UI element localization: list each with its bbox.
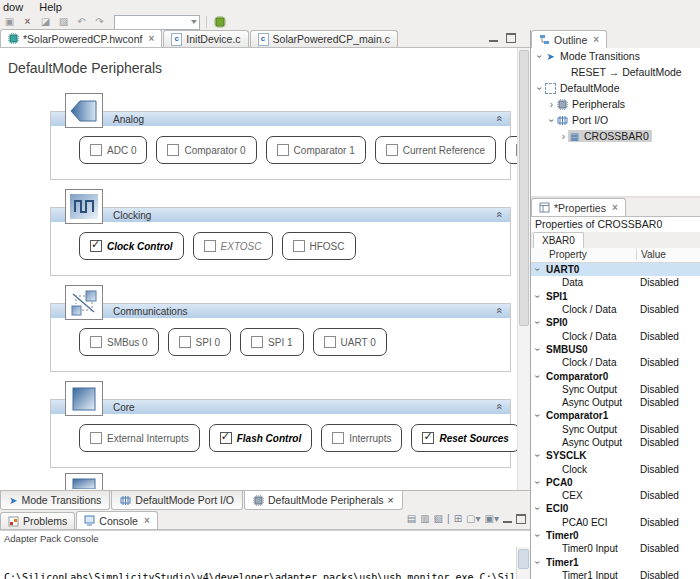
maximize-icon[interactable] xyxy=(516,514,526,524)
peripheral-toggle[interactable]: Reset Sources xyxy=(411,424,519,452)
tab-xbar0[interactable]: XBAR0 xyxy=(533,232,584,249)
chevron-icon[interactable]: › xyxy=(532,265,543,274)
minimize-icon[interactable] xyxy=(489,35,498,42)
collapse-icon[interactable]: « xyxy=(492,403,505,409)
close-icon[interactable]: × xyxy=(612,202,618,213)
peripheral-toggle[interactable]: ADC 0 xyxy=(79,136,147,164)
editor-scrollbar[interactable] xyxy=(517,48,530,490)
chevron-icon[interactable]: › xyxy=(532,411,543,420)
property-row[interactable]: › SPI1 xyxy=(531,290,700,303)
new-console-view-icon[interactable]: ▣▾ xyxy=(485,513,499,525)
undo-icon[interactable]: ↶ xyxy=(74,15,89,29)
column-value[interactable]: Value xyxy=(636,249,666,260)
section-header-core[interactable]: Core « xyxy=(51,400,510,414)
property-row[interactable]: › Timer0 xyxy=(531,529,700,542)
chevron-icon[interactable]: › xyxy=(532,531,543,540)
tree-item-port-io[interactable]: › Port I/O xyxy=(531,112,700,128)
close-icon[interactable]: × xyxy=(388,494,394,506)
tab-mode-transitions[interactable]: ➤ Mode Transitions xyxy=(0,491,110,510)
checkbox-icon[interactable] xyxy=(90,240,102,252)
collapse-icon[interactable]: « xyxy=(492,307,505,313)
chevron-icon[interactable]: › xyxy=(532,558,543,567)
close-icon[interactable]: × xyxy=(593,34,599,45)
open-console-icon[interactable]: ▢▾ xyxy=(466,513,480,525)
property-row[interactable]: › Data Disabled xyxy=(531,276,700,289)
property-row[interactable]: › Async Output Disabled xyxy=(531,396,700,409)
chevron-icon[interactable]: › xyxy=(532,478,543,487)
checkbox-icon[interactable] xyxy=(332,432,344,444)
property-row[interactable]: › Comparator1 xyxy=(531,409,700,422)
close-icon[interactable]: × xyxy=(148,33,154,44)
peripheral-toggle[interactable]: Interrupts xyxy=(321,424,402,452)
pin-console-icon[interactable]: ▧ xyxy=(434,513,443,525)
redo-icon[interactable]: ↷ xyxy=(92,15,107,29)
column-property[interactable]: Property xyxy=(549,249,587,260)
scroll-lock-icon[interactable]: ▥ xyxy=(420,513,429,525)
chevron-icon[interactable]: › xyxy=(532,345,543,354)
tab-initdevice[interactable]: c InitDevice.c xyxy=(163,30,248,47)
peripheral-toggle[interactable]: Current Reference xyxy=(375,136,496,164)
property-row[interactable]: › PCA0 ECI Disabled xyxy=(531,516,700,529)
collapse-icon[interactable]: « xyxy=(492,211,505,217)
chevron-icon[interactable]: › xyxy=(559,131,568,142)
checkbox-icon[interactable] xyxy=(422,432,434,444)
tree-item-crossbar0[interactable]: › ▦ CROSSBAR0 xyxy=(531,128,700,144)
quick-search-input[interactable] xyxy=(114,15,200,30)
scrollbar-thumb[interactable] xyxy=(519,50,529,326)
peripheral-toggle[interactable]: External Interrupts xyxy=(79,424,200,452)
chevron-icon[interactable]: › xyxy=(534,52,545,61)
tab-outline[interactable]: Outline × xyxy=(531,30,607,48)
checkbox-icon[interactable] xyxy=(204,240,216,252)
checkbox-icon[interactable] xyxy=(293,240,305,252)
tree-item-defaultmode[interactable]: › DefaultMode xyxy=(531,80,700,96)
program-chip-icon[interactable] xyxy=(213,15,227,29)
property-row[interactable]: › Sync Output Disabled xyxy=(531,383,700,396)
tab-hwconf[interactable]: *SolarPoweredCP.hwconf × xyxy=(0,29,162,47)
chevron-icon[interactable]: › xyxy=(546,116,557,125)
collapse-icon[interactable]: « xyxy=(492,115,505,121)
property-row[interactable]: › Clock / Data Disabled xyxy=(531,303,700,316)
property-row[interactable]: › Clock / Data Disabled xyxy=(531,356,700,369)
peripheral-toggle[interactable]: Comparator 0 xyxy=(156,136,256,164)
peripheral-toggle[interactable]: Flash Control xyxy=(209,424,312,452)
tab-problems[interactable]: Problems xyxy=(0,512,75,529)
property-row[interactable]: › SPI0 xyxy=(531,316,700,329)
peripheral-toggle[interactable]: HFOSC xyxy=(282,232,356,260)
chevron-icon[interactable]: › xyxy=(534,84,545,93)
clear-console-icon[interactable]: ▤ xyxy=(407,513,416,525)
property-row[interactable]: › Timer1 Input Disabled xyxy=(531,569,700,579)
menu-help[interactable]: Help xyxy=(39,1,62,13)
tab-main-c[interactable]: c SolarPoweredCP_main.c xyxy=(250,30,398,47)
section-header-analog[interactable]: Analog « xyxy=(51,112,510,126)
menu-window-partial[interactable]: dow xyxy=(3,1,23,13)
checkbox-icon[interactable] xyxy=(277,144,289,156)
checkbox-icon[interactable] xyxy=(386,144,398,156)
checkbox-icon[interactable] xyxy=(90,432,102,444)
scrollbar-thumb[interactable] xyxy=(518,549,529,569)
property-row[interactable]: › Clock / Data Disabled xyxy=(531,329,700,342)
checkbox-icon[interactable] xyxy=(251,336,263,348)
checkbox-icon[interactable] xyxy=(90,336,102,348)
console-scrollbar[interactable] xyxy=(516,547,530,579)
section-header-clocking[interactable]: Clocking « xyxy=(51,208,510,222)
chevron-icon[interactable]: › xyxy=(532,372,543,381)
maximize-icon[interactable] xyxy=(506,33,516,43)
peripheral-toggle[interactable]: Clock Control xyxy=(79,232,184,260)
close-icon[interactable]: × xyxy=(144,515,150,526)
paste-icon[interactable]: ▣ xyxy=(2,15,17,29)
checkbox-icon[interactable] xyxy=(324,336,336,348)
property-row[interactable]: › Async Output Disabled xyxy=(531,436,700,449)
peripheral-toggle[interactable]: Comparator 1 xyxy=(266,136,366,164)
checkbox-icon[interactable] xyxy=(90,144,102,156)
section-header-communications[interactable]: Communications « xyxy=(51,304,510,318)
property-row[interactable]: › Sync Output Disabled xyxy=(531,423,700,436)
property-row[interactable]: › Timer0 Input Disabled xyxy=(531,542,700,555)
chevron-icon[interactable]: › xyxy=(532,318,543,327)
property-row[interactable]: › CEX Disabled xyxy=(531,489,700,502)
chevron-icon[interactable]: › xyxy=(547,99,556,110)
checkbox-icon[interactable] xyxy=(179,336,191,348)
property-row[interactable]: › SYSCLK xyxy=(531,449,700,462)
chevron-icon[interactable]: › xyxy=(532,504,543,513)
tab-defaultmode-port-io[interactable]: DefaultMode Port I/O xyxy=(111,491,243,510)
tab-properties[interactable]: *Properties × xyxy=(531,198,626,216)
